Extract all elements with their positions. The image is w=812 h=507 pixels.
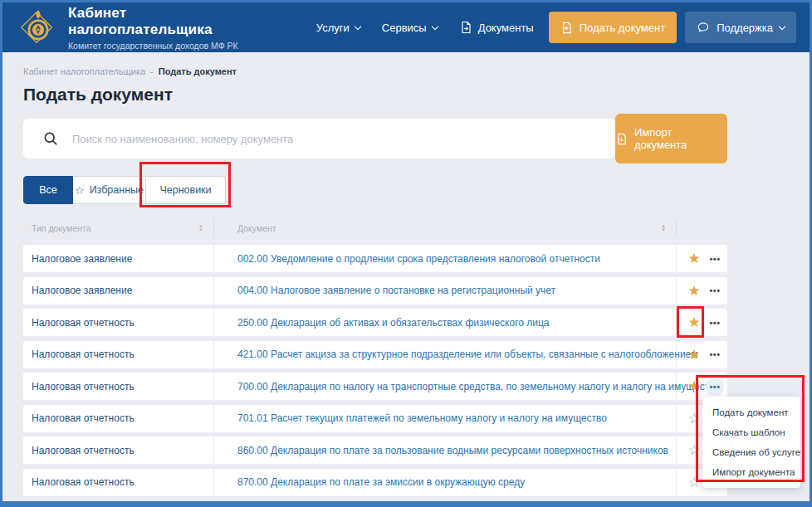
chevron-down-icon [431, 22, 438, 29]
tab-label: Черновики [159, 184, 211, 196]
document-import-icon [615, 133, 628, 145]
support-button[interactable]: Поддержка [685, 12, 796, 43]
table-row[interactable]: Налоговое заявление 004.00 Налоговое зая… [23, 277, 727, 305]
nav-label: Документы [478, 22, 534, 34]
page-title: Подать документ [23, 84, 810, 105]
app-window: Кабинет налогоплательщика Комитет госуда… [0, 0, 812, 507]
main-content: Кабинет налогоплательщика - Подать докум… [2, 52, 810, 496]
doc-type-cell: Налоговая отчетность [23, 436, 214, 464]
table-row[interactable]: Налоговая отчетность 860.00 Декларация п… [23, 436, 727, 464]
nav-documents-link[interactable]: Документы [459, 21, 534, 34]
context-menu: Подать документ Скачать шаблон Сведения … [702, 397, 800, 488]
favorite-star-icon[interactable] [686, 475, 702, 490]
table-header: Тип документа Документ [23, 218, 727, 238]
table-row[interactable]: Налоговое заявление 002.00 Уведомление о… [23, 245, 727, 272]
document-table: Налоговое заявление 002.00 Уведомление о… [23, 245, 727, 496]
document-link[interactable]: 002.00 Уведомление о продлении срока пре… [237, 253, 600, 265]
nav-servicess-menu[interactable]: Сервисы [382, 22, 438, 34]
doc-type-cell: Налоговая отчетность [23, 309, 214, 336]
more-actions-button[interactable] [706, 314, 724, 332]
doc-type-cell: Налоговая отчетность [23, 405, 214, 432]
submit-document-label: Подать документ [580, 22, 665, 34]
column-document: Документ [237, 223, 276, 233]
search-icon [43, 131, 58, 146]
tab-bar: Все ☆ Избранные Черновики [23, 176, 226, 204]
menu-item-service-info[interactable]: Сведения об услуге [702, 442, 800, 462]
breadcrumb-root-link[interactable]: Кабинет налогоплательщика [23, 66, 145, 76]
chevron-down-icon [779, 22, 785, 29]
chat-bubble-icon [697, 21, 710, 34]
search-box [23, 119, 615, 158]
header: Кабинет налогоплательщика Комитет госуда… [2, 2, 810, 52]
document-plus-icon [560, 22, 573, 34]
table-row[interactable]: Налоговая отчетность 870.00 Декларация п… [23, 469, 727, 496]
import-document-button[interactable]: Импорт документа [615, 114, 727, 163]
doc-type-cell: Налоговое заявление [23, 245, 214, 272]
more-actions-button[interactable] [706, 345, 724, 363]
more-actions-button[interactable] [706, 281, 724, 300]
document-link[interactable]: 701.01 Расчет текущих платежей по земель… [237, 412, 607, 424]
favorite-star-icon[interactable] [686, 251, 702, 266]
app-subtitle: Комитет государственных доходов МФ РК [68, 41, 267, 51]
document-link[interactable]: 870.00 Декларация по плате за эмиссии в … [237, 476, 525, 488]
table-row[interactable]: Налоговая отчетность 250.00 Декларация о… [23, 309, 727, 336]
document-link[interactable]: 421.00 Расчет акциза за структурное подр… [237, 349, 698, 360]
sort-icon[interactable] [661, 224, 666, 232]
table-row[interactable]: Налоговая отчетность 701.01 Расчет текущ… [23, 405, 727, 432]
favorite-star-icon[interactable] [686, 412, 702, 426]
tab-all[interactable]: Все [23, 176, 73, 204]
nav-services-menu[interactable]: Услуги [316, 22, 360, 34]
breadcrumb-current: Подать документ [159, 66, 237, 76]
table-row[interactable]: Налоговая отчетность 700.00 Декларация п… [23, 373, 727, 400]
tab-label: Все [39, 184, 57, 196]
more-actions-button[interactable] [706, 250, 724, 268]
menu-item-import-document[interactable]: Импорт документа [702, 462, 800, 482]
menu-item-download-template[interactable]: Скачать шаблон [702, 422, 800, 442]
submit-document-button[interactable]: Подать документ [549, 12, 677, 43]
app-title: Кабинет налогоплательщика [68, 5, 267, 38]
favorite-star-icon[interactable] [686, 443, 702, 457]
nav-label: Сервисы [382, 22, 427, 34]
tab-favorites[interactable]: ☆ Избранные [73, 176, 146, 204]
documents-icon [459, 21, 472, 34]
favorite-star-icon[interactable] [686, 379, 702, 393]
more-actions-button[interactable] [706, 378, 724, 396]
sort-icon[interactable] [198, 224, 203, 232]
table-row[interactable]: Налоговая отчетность 421.00 Расчет акциз… [23, 341, 727, 368]
document-link[interactable]: 700.00 Декларация по налогу на транспорт… [237, 381, 720, 392]
star-outline-icon: ☆ [75, 185, 85, 196]
support-label: Поддержка [717, 22, 773, 34]
nav-label: Услуги [316, 22, 350, 34]
doc-type-cell: Налоговое заявление [23, 277, 214, 305]
search-section: Импорт документа [23, 114, 727, 163]
favorite-star-icon[interactable] [686, 284, 702, 298]
breadcrumb-separator: - [150, 66, 154, 76]
favorite-star-icon[interactable] [686, 348, 702, 362]
menu-item-submit-document[interactable]: Подать документ [702, 402, 800, 422]
document-link[interactable]: 250.00 Декларация об активах и обязатель… [237, 317, 550, 329]
column-doc-type: Тип документа [32, 223, 91, 233]
main-nav: Услуги Сервисы Документы [316, 21, 534, 34]
brand-block: Кабинет налогоплательщика Комитет госуда… [68, 5, 267, 51]
document-link[interactable]: 004.00 Налоговое заявление о постановке … [237, 285, 555, 296]
doc-type-cell: Налоговая отчетность [23, 373, 214, 400]
favorite-star-icon[interactable] [686, 315, 702, 329]
search-input[interactable] [71, 132, 602, 146]
document-link[interactable]: 860.00 Декларация по плате за пользовани… [237, 445, 668, 456]
kgd-emblem-logo[interactable] [19, 8, 57, 46]
import-document-label: Импорт документа [634, 126, 727, 151]
breadcrumb: Кабинет налогоплательщика - Подать докум… [23, 66, 810, 76]
tab-label: Избранные [90, 184, 144, 196]
doc-type-cell: Налоговая отчетность [23, 469, 214, 496]
doc-type-cell: Налоговая отчетность [23, 341, 214, 368]
chevron-down-icon [355, 22, 361, 29]
tab-drafts[interactable]: Черновики [146, 176, 226, 204]
